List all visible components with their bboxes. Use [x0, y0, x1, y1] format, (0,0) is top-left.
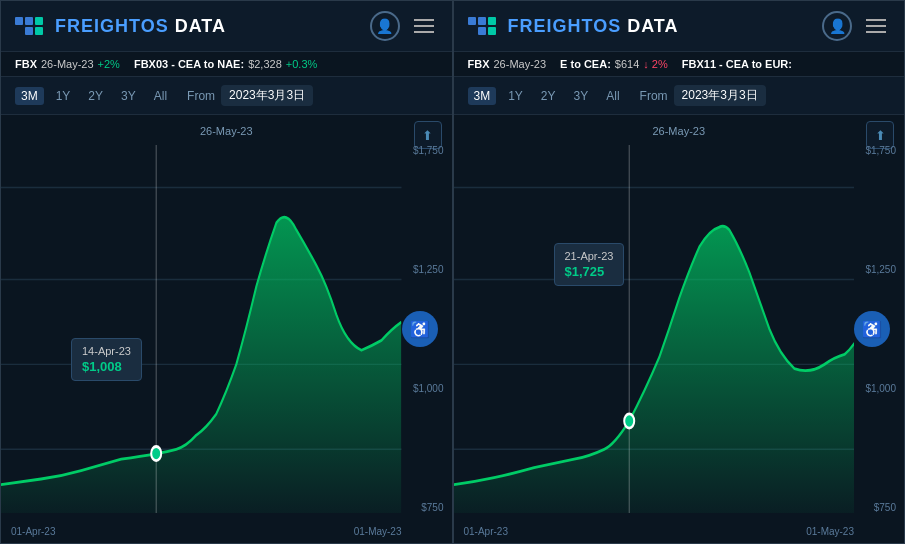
ticker-fbx11-right: FBX11 - CEA to EUR: [682, 58, 792, 70]
tooltip-date-left: 14-Apr-23 [82, 345, 131, 357]
x-label-may-left: 01-May-23 [354, 526, 402, 537]
header-left: FREIGHTOS DATA 👤 [1, 1, 452, 52]
header-icons-left: 👤 [370, 11, 438, 41]
logo-icon-left [15, 17, 43, 35]
chart-date-right: 26-May-23 [652, 125, 705, 137]
accessibility-button-right[interactable]: ♿ [854, 311, 890, 347]
y-label-1000-right: $1,000 [865, 383, 896, 394]
tooltip-left: 14-Apr-23 $1,008 [71, 338, 142, 381]
from-label-right: From [640, 89, 668, 103]
right-panel: FREIGHTOS DATA 👤 FBX 26-May-23 E to CEA:… [453, 0, 906, 544]
tooltip-date-right: 21-Apr-23 [565, 250, 614, 262]
x-label-apr-right: 01-Apr-23 [464, 526, 508, 537]
btn-3y-left[interactable]: 3Y [115, 87, 142, 105]
ticker-fbx03-change: +0.3% [286, 58, 318, 70]
svg-point-13 [624, 414, 634, 428]
ticker-fbx-change: +2% [98, 58, 120, 70]
chart-svg-left [1, 145, 402, 513]
chart-svg-right [454, 145, 855, 513]
accessibility-button-left[interactable]: ♿ [402, 311, 438, 347]
y-label-750-left: $750 [421, 502, 443, 513]
btn-2y-right[interactable]: 2Y [535, 87, 562, 105]
btn-3m-left[interactable]: 3M [15, 87, 44, 105]
y-label-1750-right: $1,750 [865, 145, 896, 156]
chart-area-left: 26-May-23 ⬆ [1, 115, 452, 543]
y-label-1750-left: $1,750 [413, 145, 444, 156]
ticker-fbx-label-right: FBX [468, 58, 490, 70]
y-label-1000-left: $1,000 [413, 383, 444, 394]
controls-right: 3M 1Y 2Y 3Y All From 2023年3月3日 [454, 77, 905, 115]
x-axis-right: 01-Apr-23 01-May-23 [464, 526, 855, 537]
btn-2y-left[interactable]: 2Y [82, 87, 109, 105]
controls-left: 3M 1Y 2Y 3Y All From 2023年3月3日 [1, 77, 452, 115]
btn-all-left[interactable]: All [148, 87, 173, 105]
from-value-left[interactable]: 2023年3月3日 [221, 85, 313, 106]
tooltip-price-left: $1,008 [82, 359, 131, 374]
header-right: FREIGHTOS DATA 👤 [454, 1, 905, 52]
y-label-750-right: $750 [874, 502, 896, 513]
ticker-cea-value: $614 [615, 58, 639, 70]
y-label-1250-left: $1,250 [413, 264, 444, 275]
ticker-fbx-date: 26-May-23 [41, 58, 94, 70]
logo-text-right: FREIGHTOS DATA [508, 16, 679, 37]
ticker-fbx-date-right: 26-May-23 [494, 58, 547, 70]
ticker-fbx03-value: $2,328 [248, 58, 282, 70]
user-icon-left[interactable]: 👤 [370, 11, 400, 41]
x-label-apr-left: 01-Apr-23 [11, 526, 55, 537]
x-axis-left: 01-Apr-23 01-May-23 [11, 526, 402, 537]
btn-1y-right[interactable]: 1Y [502, 87, 529, 105]
menu-icon-right[interactable] [862, 15, 890, 37]
y-label-1250-right: $1,250 [865, 264, 896, 275]
btn-all-right[interactable]: All [600, 87, 625, 105]
ticker-fbx03-left: FBX03 - CEA to NAE: $2,328 +0.3% [134, 58, 317, 70]
from-label-left: From [187, 89, 215, 103]
ticker-cea-right: E to CEA: $614 ↓ 2% [560, 58, 668, 70]
ticker-fbx-label: FBX [15, 58, 37, 70]
ticker-cea-label: E to CEA: [560, 58, 611, 70]
btn-3y-right[interactable]: 3Y [568, 87, 595, 105]
ticker-fbx-right: FBX 26-May-23 [468, 58, 547, 70]
x-label-may-right: 01-May-23 [806, 526, 854, 537]
header-icons-right: 👤 [822, 11, 890, 41]
chart-date-left: 26-May-23 [200, 125, 253, 137]
chart-area-right: 26-May-23 ⬆ [454, 115, 905, 543]
ticker-bar-left: FBX 26-May-23 +2% FBX03 - CEA to NAE: $2… [1, 52, 452, 77]
left-panel: FREIGHTOS DATA 👤 FBX 26-May-23 +2% FBX03… [0, 0, 453, 544]
ticker-cea-change: ↓ 2% [643, 58, 667, 70]
ticker-fbx11-label: FBX11 - CEA to EUR: [682, 58, 792, 70]
btn-1y-left[interactable]: 1Y [50, 87, 77, 105]
user-icon-right[interactable]: 👤 [822, 11, 852, 41]
ticker-fbx-left: FBX 26-May-23 +2% [15, 58, 120, 70]
logo-icon-right [468, 17, 496, 35]
tooltip-right: 21-Apr-23 $1,725 [554, 243, 625, 286]
svg-point-6 [151, 446, 161, 460]
ticker-fbx03-label: FBX03 - CEA to NAE: [134, 58, 244, 70]
logo-text-left: FREIGHTOS DATA [55, 16, 226, 37]
tooltip-price-right: $1,725 [565, 264, 614, 279]
btn-3m-right[interactable]: 3M [468, 87, 497, 105]
menu-icon-left[interactable] [410, 15, 438, 37]
from-value-right[interactable]: 2023年3月3日 [674, 85, 766, 106]
ticker-bar-right: FBX 26-May-23 E to CEA: $614 ↓ 2% FBX11 … [454, 52, 905, 77]
